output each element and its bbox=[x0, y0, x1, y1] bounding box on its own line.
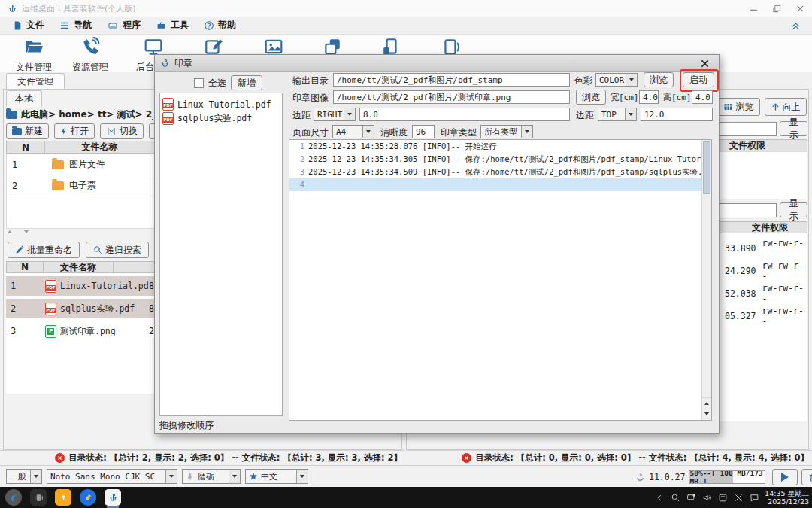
menu-tools[interactable]: 工具 bbox=[149, 19, 195, 32]
minimize-button[interactable] bbox=[750, 5, 758, 13]
width-input[interactable]: 4.0 bbox=[639, 90, 659, 104]
page-size-value: A4 bbox=[333, 127, 362, 137]
tab-label: 文件管理 bbox=[17, 75, 53, 88]
collapse-toolbar-icon[interactable] bbox=[790, 20, 801, 31]
stamp-type-combo[interactable]: 所有类型 bbox=[480, 125, 533, 138]
start-button[interactable]: 启动 bbox=[683, 72, 714, 87]
browse-output-button[interactable]: 浏览 bbox=[644, 72, 674, 87]
row-n: 2 bbox=[7, 181, 44, 191]
left-status-text: 目录状态: 【总计: 2, 显示: 2, 选择: 0】 -- 文件状态: 【总计… bbox=[68, 452, 402, 464]
row-n: 3 bbox=[6, 326, 42, 336]
margin1-input[interactable]: 8.0 bbox=[359, 108, 570, 121]
log-line: 3 2025-12-23 14:35:34.509 [INFO]-- 保存:/h… bbox=[289, 166, 711, 178]
perm-col: 文件权限 bbox=[752, 221, 788, 234]
taskbar-active-app[interactable] bbox=[105, 489, 121, 506]
taskbar-window-switcher-icon[interactable] bbox=[30, 489, 47, 506]
log-area[interactable]: 1 2025-12-23 14:35:28.076 [INFO]-- 开始运行 … bbox=[289, 139, 712, 421]
tray-input-method-icon[interactable] bbox=[717, 492, 729, 503]
taskbar-browser-icon[interactable] bbox=[80, 489, 96, 506]
stamp-image-value: /home/tt/测试/2_pdf和图片/测试印章.png bbox=[337, 92, 511, 103]
up-button[interactable]: 向上 bbox=[765, 98, 807, 116]
page-size-combo[interactable]: A4 bbox=[332, 125, 374, 138]
panel-splitter[interactable] bbox=[8, 230, 29, 233]
log-line-text: 2025-12-23 14:35:34.305 [INFO]-- 保存:/hom… bbox=[308, 153, 712, 166]
theme-combo[interactable]: 磨砺 bbox=[182, 469, 241, 484]
right-browse-button[interactable]: 浏览 bbox=[717, 98, 760, 116]
open-button[interactable]: 打开 bbox=[54, 123, 95, 139]
tray-bluetooth-icon[interactable] bbox=[733, 492, 744, 503]
menu-program[interactable]: 程序 bbox=[100, 19, 147, 32]
pdf-file-icon: PDF bbox=[45, 303, 56, 315]
taskbar-launcher-icon[interactable] bbox=[5, 489, 22, 506]
menu-navigation[interactable]: 导航 bbox=[53, 19, 98, 32]
scroll-up-button[interactable] bbox=[702, 397, 711, 409]
app-logo-icon bbox=[160, 59, 170, 68]
margin2-combo[interactable]: TOP bbox=[598, 108, 637, 121]
play-icon bbox=[781, 473, 789, 482]
tray-volume-icon[interactable] bbox=[701, 492, 713, 503]
folder-plus-icon bbox=[12, 128, 22, 135]
switch-button[interactable]: 切换 bbox=[100, 123, 144, 139]
spinner-down-icon[interactable] bbox=[428, 126, 432, 135]
log-scrollbar[interactable] bbox=[701, 140, 711, 420]
color-combo[interactable]: COLOR bbox=[595, 73, 638, 87]
dialog-title: 印章 bbox=[174, 57, 192, 70]
menu-help[interactable]: 帮助 bbox=[197, 19, 243, 32]
row-perm: rw-rw-r-- bbox=[762, 238, 807, 259]
tool-file-manager[interactable]: 文件管理 bbox=[10, 37, 58, 74]
chevron-down-icon bbox=[626, 74, 637, 86]
breadcrumb[interactable]: 此电脑> home> tt> 测试> 2_pdf和图片 bbox=[6, 108, 153, 121]
log-line-number: 2 bbox=[289, 153, 308, 166]
tray-network-icon[interactable] bbox=[686, 492, 697, 503]
language-combo[interactable]: 中文 bbox=[245, 469, 308, 484]
new-folder-button[interactable]: 新建 bbox=[6, 123, 49, 139]
dialog-close-icon[interactable] bbox=[701, 59, 709, 68]
taskbar: 14:35 星期二 2025/12/23 bbox=[0, 487, 812, 508]
maximize-button[interactable] bbox=[773, 5, 781, 13]
dialog-titlebar[interactable]: 印章 bbox=[155, 55, 719, 72]
clarity-spinner[interactable]: 96 bbox=[412, 125, 435, 138]
scroll-down-button[interactable] bbox=[702, 409, 711, 419]
show-button-2[interactable]: 显示 bbox=[780, 202, 807, 217]
tray-message-icon[interactable] bbox=[749, 492, 760, 503]
output-dir-input[interactable]: /home/tt/测试/2_pdf和图片/pdf_stamp bbox=[333, 73, 570, 87]
margin2-input[interactable]: 12.0 bbox=[641, 108, 713, 121]
desktop-screen: 运维桌面工具套装软件(个人版) 文件 导航 程序 工具 帮助 bbox=[0, 0, 812, 508]
close-button[interactable] bbox=[796, 5, 804, 13]
chevron-down-icon bbox=[362, 126, 374, 138]
list-item[interactable]: PDF Linux-Tutorial.pdf bbox=[162, 97, 280, 111]
browse-image-button[interactable]: 浏览 bbox=[576, 90, 606, 105]
menubar: 文件 导航 程序 工具 帮助 bbox=[0, 17, 812, 35]
menu-file[interactable]: 文件 bbox=[6, 19, 51, 32]
up-label: 向上 bbox=[783, 101, 801, 114]
recursive-search-button[interactable]: 递归搜索 bbox=[86, 242, 149, 258]
tray-expand-icon[interactable] bbox=[654, 492, 665, 503]
font-combo[interactable]: Noto Sans Mono CJK SC bbox=[47, 469, 177, 484]
list-item-label: sqlplus实验.pdf bbox=[177, 113, 252, 124]
lightning-icon bbox=[60, 126, 68, 136]
batch-rename-button[interactable]: 批量重命名 bbox=[8, 242, 80, 258]
stamp-image-input[interactable]: /home/tt/测试/2_pdf和图片/测试印章.png bbox=[333, 90, 570, 104]
trash-button[interactable] bbox=[801, 469, 812, 485]
tab-local[interactable]: 本地 bbox=[6, 90, 42, 107]
margin1-combo[interactable]: RIGHT bbox=[314, 108, 356, 121]
taskbar-orange-app-icon[interactable] bbox=[55, 489, 71, 506]
clock[interactable]: 14:35 星期二 2025/12/23 bbox=[765, 489, 809, 506]
batch-rename-label: 批量重命名 bbox=[27, 244, 72, 257]
scrollbar-thumb[interactable] bbox=[703, 141, 710, 194]
memory-progress: 58%--[ 100 MB/173 MB ] bbox=[689, 470, 765, 484]
add-button[interactable]: 新增 bbox=[231, 75, 262, 90]
tool-resource-manager[interactable]: 资源管理 bbox=[66, 37, 114, 74]
select-all-checkbox[interactable] bbox=[194, 78, 204, 88]
profile-combo[interactable]: 一般 bbox=[6, 469, 42, 484]
tray-search-icon[interactable] bbox=[670, 492, 681, 503]
list-item[interactable]: PDF sqlplus实验.pdf bbox=[162, 111, 280, 126]
margin2-dir: TOP bbox=[598, 110, 625, 120]
tab-file-manager[interactable]: 文件管理 bbox=[6, 73, 65, 90]
show-button-1[interactable]: 显示 bbox=[780, 121, 807, 136]
left-status-bar: 目录状态: 【总计: 2, 显示: 2, 选择: 0】 -- 文件状态: 【总计… bbox=[0, 450, 404, 465]
memory-text: 58%--[ 100 MB/173 MB ] bbox=[689, 471, 765, 483]
height-input[interactable]: 4.0 bbox=[692, 90, 713, 104]
clock-date: 2025/12/23 bbox=[765, 497, 809, 506]
play-button[interactable] bbox=[772, 469, 798, 485]
